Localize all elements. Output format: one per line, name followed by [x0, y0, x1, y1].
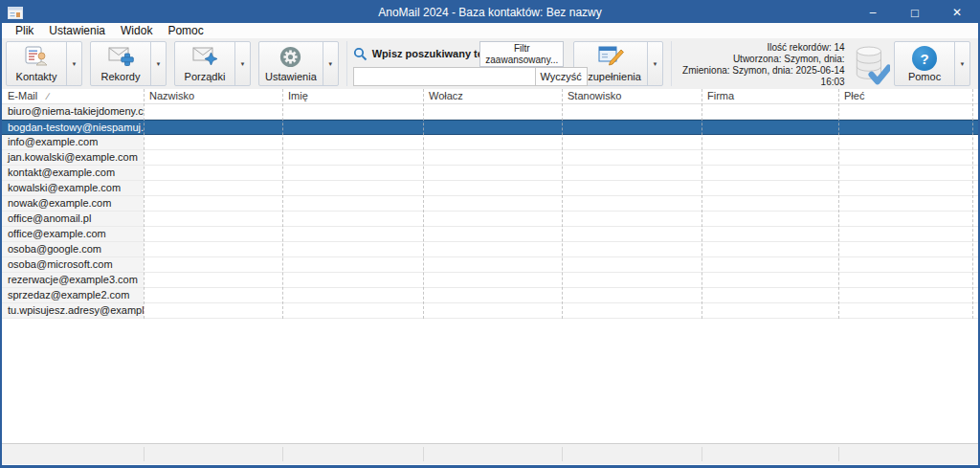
table-row[interactable]: rezerwacje@example3.com	[2, 273, 978, 288]
rekordy-label: Rekordy	[101, 71, 141, 82]
record-count: Ilość rekordów: 14	[679, 42, 845, 54]
status-bar-divider	[282, 447, 283, 461]
uzupelnienia-dropdown-arrow[interactable]: ▼	[647, 42, 662, 85]
gear-icon	[279, 46, 301, 68]
help-icon: ?	[912, 46, 937, 71]
table-row[interactable]: tu.wpisujesz.adresy@example.c...	[2, 303, 978, 319]
contact-table-body: biuro@niema-takiejdomeny.combogdan-testo…	[2, 104, 978, 319]
toolbar-separator	[346, 41, 347, 86]
pomoc-label: Pomoc	[908, 71, 941, 82]
table-header: E-Mail∕ Nazwisko Imię Wołacz Stanowisko …	[2, 89, 978, 104]
table-row[interactable]: osoba@google.com	[2, 242, 978, 257]
advanced-filter-button[interactable]: Filtr zaawansowany...	[479, 41, 564, 67]
filter-button-line2: zaawansowany...	[480, 55, 563, 66]
porzadki-label: Porządki	[185, 71, 226, 82]
column-header-nazwisko[interactable]: Nazwisko	[144, 89, 282, 103]
status-bar-divider	[423, 447, 424, 461]
status-bar-divider	[144, 447, 145, 461]
window-controls: – □ ✕	[852, 2, 978, 23]
window-title: AnoMail 2024 - Baza kontaktów: Bez nazwy	[2, 6, 978, 19]
column-header-email[interactable]: E-Mail∕	[2, 89, 144, 103]
column-header-plec[interactable]: Płeć	[838, 89, 978, 103]
menu-pomoc[interactable]: Pomoc	[160, 24, 211, 37]
contacts-icon	[25, 46, 48, 66]
email-cell: tu.wpisujesz.adresy@example.c...	[2, 303, 144, 318]
close-button[interactable]: ✕	[936, 2, 978, 23]
ustawienia-button-main[interactable]: Ustawienia	[259, 42, 323, 85]
filter-button-line1: Filtr	[480, 43, 563, 55]
minimize-button[interactable]: –	[852, 2, 894, 23]
table-row[interactable]: office@example.com	[2, 227, 978, 242]
email-cell: info@example.com	[2, 135, 144, 149]
column-header-stanowisko[interactable]: Stanowisko	[562, 89, 702, 103]
table-row[interactable]: info@example.com	[2, 135, 978, 150]
status-bar-divider	[562, 447, 563, 461]
created-info: Utworzona: Szymon, dnia:	[679, 54, 845, 65]
pomoc-dropdown-arrow[interactable]: ▼	[954, 42, 969, 85]
rekordy-button[interactable]: Rekordy ▼	[90, 41, 167, 86]
porzadki-dropdown-arrow[interactable]: ▼	[234, 42, 250, 85]
menu-plik[interactable]: Plik	[8, 24, 41, 37]
table-row[interactable]: sprzedaz@example2.com	[2, 288, 978, 303]
status-bar	[2, 443, 978, 464]
search-input-row: Wyczyść	[353, 67, 588, 86]
envelope-plus-icon	[108, 46, 134, 66]
email-cell: nowak@example.com	[2, 196, 144, 211]
email-cell: osoba@microsoft.com	[2, 257, 144, 272]
kontakty-label: Kontakty	[16, 71, 57, 82]
email-cell: osoba@google.com	[2, 242, 144, 256]
pomoc-button-main[interactable]: ? Pomoc	[895, 42, 954, 85]
porzadki-button-main[interactable]: Porządki	[175, 42, 234, 85]
uzupelnienia-label: Uzupełnienia	[580, 71, 641, 82]
email-cell: rezerwacje@example3.com	[2, 273, 144, 287]
clear-button[interactable]: Wyczyść	[535, 67, 588, 86]
kontakty-button[interactable]: Kontakty ▼	[6, 41, 82, 86]
status-bar-divider	[838, 447, 839, 461]
status-bar-divider	[702, 447, 702, 461]
contact-table: E-Mail∕ Nazwisko Imię Wołacz Stanowisko …	[2, 89, 978, 319]
menu-widok[interactable]: Widok	[113, 24, 160, 37]
kontakty-button-main[interactable]: Kontakty	[7, 42, 66, 85]
rekordy-button-main[interactable]: Rekordy	[91, 42, 150, 85]
ustawienia-label: Ustawienia	[265, 71, 317, 82]
column-header-firma[interactable]: Firma	[702, 89, 838, 103]
empty-area	[2, 319, 978, 443]
maximize-button[interactable]: □	[894, 2, 936, 23]
email-cell: biuro@niema-takiejdomeny.com	[2, 104, 144, 119]
modified-info: Zmieniona: Szymon, dnia: 2025-06-14 16:0…	[679, 65, 845, 88]
menu-bar: Plik Ustawienia Widok Pomoc	[2, 23, 978, 39]
toolbar-separator	[671, 41, 672, 86]
table-row[interactable]: osoba@microsoft.com	[2, 257, 978, 273]
table-row[interactable]: office@anomail.pl	[2, 212, 978, 227]
search-input[interactable]	[353, 67, 535, 86]
table-row[interactable]: kontakt@example.com	[2, 166, 978, 181]
email-cell: office@anomail.pl	[2, 212, 144, 226]
sort-ascending-icon: ∕	[47, 91, 49, 101]
app-window: AnoMail 2024 - Baza kontaktów: Bez nazwy…	[0, 0, 980, 468]
table-row[interactable]: jan.kowalski@example.com	[2, 150, 978, 166]
rekordy-dropdown-arrow[interactable]: ▼	[150, 42, 166, 85]
title-bar: AnoMail 2024 - Baza kontaktów: Bez nazwy…	[2, 2, 978, 23]
table-row[interactable]: biuro@niema-takiejdomeny.com	[2, 104, 978, 120]
toolbar: Kontakty ▼ Rekordy ▼	[2, 39, 978, 89]
window-pencil-icon	[598, 46, 624, 67]
ustawienia-dropdown-arrow[interactable]: ▼	[323, 42, 338, 85]
search-icon	[353, 47, 368, 61]
pomoc-button[interactable]: ? Pomoc ▼	[894, 41, 970, 86]
table-row[interactable]: nowak@example.com	[2, 196, 978, 212]
menu-ustawienia[interactable]: Ustawienia	[41, 24, 113, 37]
email-cell: office@example.com	[2, 227, 144, 241]
email-cell: jan.kowalski@example.com	[2, 150, 144, 165]
email-cell: kowalski@example.com	[2, 181, 144, 195]
column-header-wolacz[interactable]: Wołacz	[423, 89, 562, 103]
porzadki-button[interactable]: Porządki ▼	[174, 41, 251, 86]
table-row[interactable]: bogdan-testowy@niespamuj.pl	[2, 120, 978, 135]
ustawienia-button[interactable]: Ustawienia ▼	[258, 41, 339, 86]
database-icon	[851, 42, 890, 87]
email-cell: kontakt@example.com	[2, 166, 144, 180]
column-header-imie[interactable]: Imię	[282, 89, 423, 103]
email-cell: sprzedaz@example2.com	[2, 288, 144, 302]
search-group: Wpisz poszukiwany tekst: Filtr zaawansow…	[353, 41, 565, 87]
table-row[interactable]: kowalski@example.com	[2, 181, 978, 196]
kontakty-dropdown-arrow[interactable]: ▼	[66, 42, 81, 85]
